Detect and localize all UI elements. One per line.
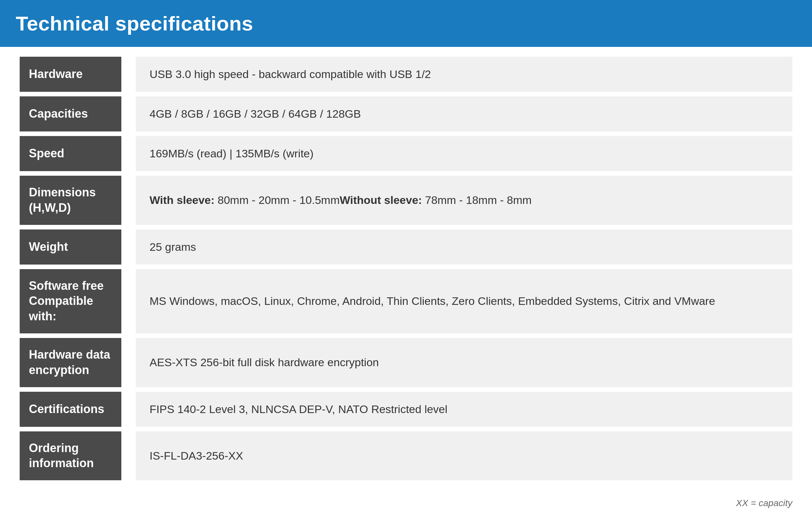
value-hardware: USB 3.0 high speed - backward compatible… (136, 57, 792, 92)
value-certifications: FIPS 140-2 Level 3, NLNCSA DEP-V, NATO R… (136, 392, 792, 427)
dimensions-line1: With sleeve: 80mm - 20mm - 10.5mm (149, 192, 340, 209)
row-hardware: Hardware USB 3.0 high speed - backward c… (20, 57, 792, 92)
dimensions-line2: Without sleeve: 78mm - 18mm - 8mm (340, 192, 531, 209)
footnote-text: XX = capacity (736, 498, 792, 509)
value-weight-text: 25 grams (149, 239, 196, 255)
gap-software (121, 269, 136, 333)
label-dimensions: Dimensions (H,W,D) (20, 176, 121, 225)
gap-speed (121, 136, 136, 171)
gap-capacities (121, 96, 136, 131)
row-weight: Weight 25 grams (20, 230, 792, 265)
value-weight: 25 grams (136, 230, 792, 265)
label-speed: Speed (20, 136, 121, 171)
footnote-area: XX = capacity (0, 495, 812, 515)
row-dimensions: Dimensions (H,W,D) With sleeve: 80mm - 2… (20, 176, 792, 225)
row-certifications: Certifications FIPS 140-2 Level 3, NLNCS… (20, 392, 792, 427)
row-capacities: Capacities 4GB / 8GB / 16GB / 32GB / 64G… (20, 96, 792, 131)
value-ordering: IS-FL-DA3-256-XX (136, 431, 792, 481)
page-title: Technical specifications (16, 12, 796, 35)
page-header: Technical specifications (0, 0, 812, 47)
label-ordering: Ordering information (20, 431, 121, 481)
label-hardware: Hardware (20, 57, 121, 92)
gap-weight (121, 230, 136, 265)
value-speed: 169MB/s (read) | 135MB/s (write) (136, 136, 792, 171)
page-container: Technical specifications Hardware USB 3.… (0, 0, 812, 515)
label-software: Software free Compatible with: (20, 269, 121, 333)
row-software: Software free Compatible with: MS Window… (20, 269, 792, 333)
value-certifications-text: FIPS 140-2 Level 3, NLNCSA DEP-V, NATO R… (149, 401, 447, 418)
value-speed-text: 169MB/s (read) | 135MB/s (write) (149, 145, 314, 162)
specs-section: Hardware USB 3.0 high speed - backward c… (0, 47, 812, 495)
value-hardware-text: USB 3.0 high speed - backward compatible… (149, 66, 431, 83)
gap-certifications (121, 392, 136, 427)
value-dimensions: With sleeve: 80mm - 20mm - 10.5mm Withou… (136, 176, 792, 225)
label-encryption: Hardware data encryption (20, 338, 121, 387)
value-ordering-text: IS-FL-DA3-256-XX (149, 448, 243, 464)
gap-dimensions (121, 176, 136, 225)
value-capacities-text: 4GB / 8GB / 16GB / 32GB / 64GB / 128GB (149, 105, 361, 122)
label-capacities: Capacities (20, 96, 121, 131)
gap-hardware (121, 57, 136, 92)
value-software: MS Windows, macOS, Linux, Chrome, Androi… (136, 269, 792, 333)
label-weight: Weight (20, 230, 121, 265)
row-encryption: Hardware data encryption AES-XTS 256-bit… (20, 338, 792, 387)
label-certifications: Certifications (20, 392, 121, 427)
gap-ordering (121, 431, 136, 481)
gap-encryption (121, 338, 136, 387)
value-encryption: AES-XTS 256-bit full disk hardware encry… (136, 338, 792, 387)
value-software-text: MS Windows, macOS, Linux, Chrome, Androi… (149, 293, 715, 309)
value-capacities: 4GB / 8GB / 16GB / 32GB / 64GB / 128GB (136, 96, 792, 131)
value-encryption-text: AES-XTS 256-bit full disk hardware encry… (149, 354, 379, 371)
row-speed: Speed 169MB/s (read) | 135MB/s (write) (20, 136, 792, 171)
row-ordering: Ordering information IS-FL-DA3-256-XX (20, 431, 792, 481)
